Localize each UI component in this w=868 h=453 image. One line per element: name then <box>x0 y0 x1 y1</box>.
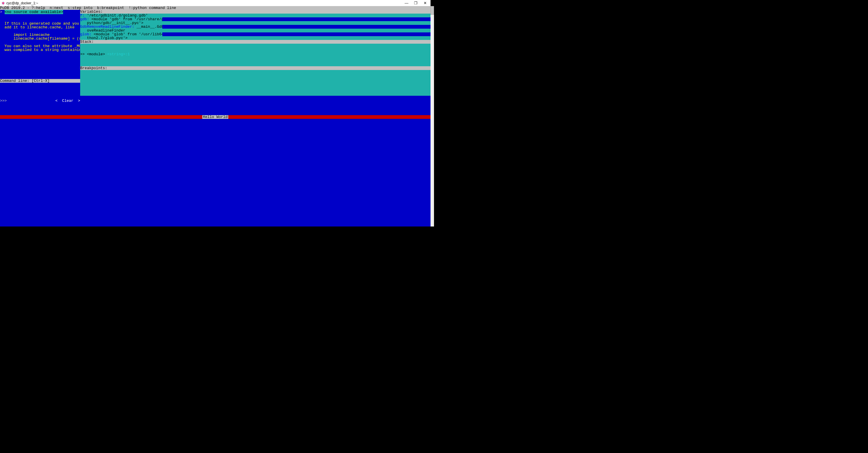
cmd-prompt: >>> <box>0 99 7 103</box>
vertical-scrollbar[interactable] <box>431 6 434 226</box>
no-source-msg: <no source code available> <box>5 10 63 14</box>
maximize-button[interactable]: ❐ <box>414 1 418 5</box>
app-icon <box>1 1 5 5</box>
dialog-title: Hello World <box>202 115 228 119</box>
commandline-header: Command line: [Ctrl-X] <box>0 79 80 83</box>
variables-list[interactable]: f: '/etc/gdbinit.d/golang.gdb' gdb: <mod… <box>80 13 431 40</box>
current-line-marker: > <box>0 10 2 14</box>
source-pane[interactable]: > <no source code available> If this is … <box>0 10 80 79</box>
minimize-button[interactable]: — <box>404 1 408 5</box>
scrollbar-thumb[interactable] <box>431 6 434 15</box>
dialog-titlebar: Hello World <box>0 115 431 119</box>
breakpoints-header: Breakpoints: <box>80 66 431 70</box>
help-bar: PuDB 2019.2 - ?:help n:next s:step into … <box>0 6 431 10</box>
clear-button[interactable]: < Clear > <box>55 99 80 103</box>
dialog-body[interactable] <box>0 119 431 226</box>
breakpoints-body[interactable] <box>80 70 431 79</box>
variables-header: Variables: <box>80 10 431 13</box>
source-line: If this is generated code and you wou ad… <box>0 22 80 52</box>
stack-body[interactable]: >> <module> <string>:1 <box>80 44 431 66</box>
window-title: cyc@dp_docker_1:~ <box>6 1 38 5</box>
stack-header: Stack: <box>80 40 431 44</box>
window-titlebar: cyc@dp_docker_1:~ — ❐ ✕ <box>0 0 431 6</box>
commandline-area[interactable]: >>> < Clear > <box>0 83 80 96</box>
close-button[interactable]: ✕ <box>423 1 427 5</box>
